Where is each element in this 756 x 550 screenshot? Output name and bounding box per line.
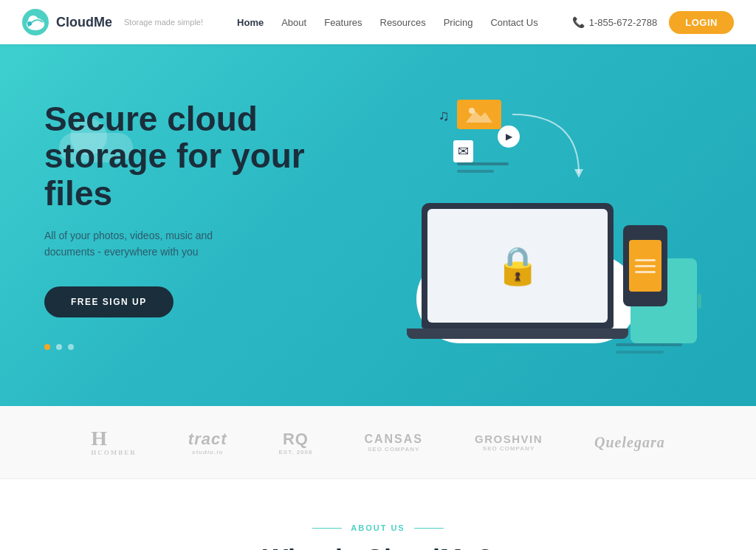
logo-rq: RQ EST. 2008 (279, 430, 313, 456)
cloudme-logo-icon (22, 9, 49, 35)
logo-cansas: CANSAS SEO COMPANY (364, 433, 423, 453)
logos-section: H HCOMBER tract studio.io RQ EST. 2008 C… (0, 406, 756, 479)
brand-tagline: Storage made simple! (124, 18, 203, 27)
hero-subtitle: All of your photos, videos, music and do… (44, 227, 251, 261)
logo-area: CloudMe Storage made simple! (22, 9, 203, 35)
bottom-lines-svg (616, 343, 690, 358)
play-icon: ▶ (498, 126, 520, 148)
hero-title: Secure cloud storage for your files (44, 100, 325, 213)
dot-2[interactable] (56, 344, 62, 350)
laptop: 🔒 (422, 203, 614, 329)
nav-features[interactable]: Features (324, 17, 362, 28)
about-label: ABOUT US (44, 523, 712, 532)
main-nav: Home About Features Resources Pricing Co… (237, 17, 538, 28)
decoration-lines-svg (457, 162, 516, 177)
phone-line-3 (635, 271, 656, 273)
hero-cta-button[interactable]: FREE SIGN UP (44, 286, 173, 317)
logo-groshvin: GROSHVIN SEO COMPANY (475, 433, 543, 452)
dot-1[interactable] (44, 344, 50, 350)
header: CloudMe Storage made simple! Home About … (0, 0, 756, 44)
phone-line-1 (635, 259, 656, 261)
hero-content: Secure cloud storage for your files All … (44, 100, 325, 351)
phone-icon: 📞 (572, 16, 585, 28)
svg-rect-10 (457, 170, 494, 173)
login-button[interactable]: LOGIN (669, 11, 734, 34)
svg-rect-9 (457, 162, 509, 165)
hero-section: Secure cloud storage for your files All … (0, 44, 756, 406)
about-section: ABOUT US What is CloudMe? (0, 479, 756, 550)
svg-rect-11 (616, 343, 682, 346)
laptop-screen: 🔒 (427, 209, 608, 323)
phone-device (623, 225, 667, 306)
nav-resources[interactable]: Resources (380, 17, 426, 28)
logo-tract: tract studio.io (188, 430, 227, 456)
logo-hcomber: H HCOMBER (91, 428, 137, 456)
tablet-button (698, 294, 701, 309)
arrow-curve-svg (505, 107, 594, 181)
logo-quelegara: Quelegara (594, 434, 665, 451)
svg-point-4 (27, 21, 32, 26)
header-actions: 📞 1-855-672-2788 LOGIN (572, 11, 734, 34)
nav-about[interactable]: About (281, 17, 306, 28)
nav-pricing[interactable]: Pricing (444, 17, 473, 28)
phone-screen (629, 240, 662, 292)
image-icon (457, 100, 501, 129)
lock-icon: 🔒 (495, 244, 540, 287)
phone-row: 📞 1-855-672-2788 (572, 16, 658, 28)
dot-3[interactable] (68, 344, 74, 350)
phone-number: 1-855-672-2788 (589, 17, 658, 28)
hero-illustration: ♫ ✉ ▶ 🔒 (343, 85, 712, 365)
email-icon: ✉ (453, 140, 473, 162)
about-title: What is CloudMe? (44, 544, 712, 550)
nav-home[interactable]: Home (237, 17, 264, 28)
svg-rect-12 (616, 351, 664, 354)
laptop-base (407, 329, 628, 339)
phone-line-2 (635, 265, 656, 267)
svg-point-7 (469, 108, 475, 114)
music-icon: ♫ (439, 107, 450, 124)
nav-contact[interactable]: Contact Us (490, 17, 537, 28)
brand-name: CloudMe (56, 15, 112, 30)
hero-dots (44, 344, 325, 350)
